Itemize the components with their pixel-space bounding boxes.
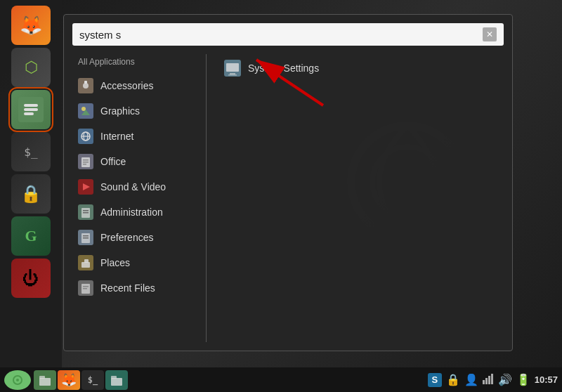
svg-rect-55 xyxy=(491,374,493,384)
recent-files-icon xyxy=(78,280,93,296)
svg-rect-5 xyxy=(24,112,34,115)
category-sound-video[interactable]: Sound & Video xyxy=(72,175,195,199)
system-settings-icon xyxy=(224,60,241,77)
svg-rect-36 xyxy=(83,286,89,287)
category-recent-files[interactable]: Recent Files xyxy=(72,276,195,300)
category-internet[interactable]: Internet xyxy=(72,124,195,148)
svg-rect-41 xyxy=(228,74,237,76)
sidebar-icon-grammarly[interactable]: G xyxy=(11,216,51,256)
graphics-icon xyxy=(78,103,93,119)
sound-video-icon xyxy=(78,179,93,195)
category-accessories[interactable]: Accessories xyxy=(72,74,195,98)
category-graphics[interactable]: Graphics xyxy=(72,99,195,123)
svg-rect-32 xyxy=(81,262,90,268)
svg-rect-47 xyxy=(39,378,51,386)
svg-point-10 xyxy=(81,107,86,111)
places-label: Places xyxy=(100,257,130,268)
categories-column: All Applications Accessories xyxy=(72,54,202,342)
tray-icon-user[interactable]: 👤 xyxy=(464,373,478,386)
svg-rect-40 xyxy=(230,73,235,74)
taskbar-firefox[interactable]: 🦊 xyxy=(58,370,80,390)
categories-header: All Applications xyxy=(72,54,195,72)
sidebar-icon-firefox[interactable]: 🦊 xyxy=(11,6,51,45)
sidebar-icon-lock[interactable]: 🔒 xyxy=(11,174,51,214)
category-administration[interactable]: Administration xyxy=(72,200,195,224)
tray-icon-network[interactable] xyxy=(483,373,494,387)
sidebar-icon-apps[interactable]: ⬡ xyxy=(11,48,51,87)
svg-rect-51 xyxy=(111,376,117,379)
desktop: 🦊 ⬡ $_ 🔒 G ⏻ xyxy=(0,0,562,392)
svg-rect-26 xyxy=(83,212,89,214)
administration-icon xyxy=(78,204,93,220)
menu-content: All Applications Accessories xyxy=(72,54,504,342)
taskbar-files[interactable] xyxy=(105,370,128,390)
sidebar-icon-gdebi[interactable] xyxy=(11,90,51,129)
office-label: Office xyxy=(100,156,126,167)
search-bar: ✕ xyxy=(72,23,504,46)
svg-rect-48 xyxy=(39,376,45,379)
tray-icon-battery[interactable]: 🔋 xyxy=(516,373,530,386)
svg-rect-50 xyxy=(111,378,122,386)
accessories-label: Accessories xyxy=(100,80,153,91)
internet-label: Internet xyxy=(100,131,133,142)
svg-rect-54 xyxy=(488,376,490,384)
sidebar: 🦊 ⬡ $_ 🔒 G ⏻ xyxy=(0,0,62,367)
tray-icon-lock[interactable]: 🔒 xyxy=(446,373,460,386)
search-clear-button[interactable]: ✕ xyxy=(483,27,497,41)
taskbar-nemo[interactable] xyxy=(34,370,56,390)
svg-point-45 xyxy=(16,379,19,381)
sidebar-icon-terminal[interactable]: $_ xyxy=(11,132,51,171)
menu-popup: ✕ All Applications Accessories xyxy=(63,14,513,351)
svg-rect-30 xyxy=(83,237,89,239)
category-preferences[interactable]: Preferences xyxy=(72,226,195,249)
svg-rect-52 xyxy=(483,380,485,384)
svg-rect-25 xyxy=(83,210,89,211)
sound-video-label: Sound & Video xyxy=(100,181,166,192)
svg-rect-3 xyxy=(24,104,38,107)
svg-rect-18 xyxy=(83,159,89,161)
taskbar-apps: 🦊 $_ xyxy=(34,370,128,390)
result-system-settings[interactable]: System Settings xyxy=(217,54,504,82)
results-column: System Settings xyxy=(210,54,504,342)
graphics-label: Graphics xyxy=(100,105,140,117)
taskbar-tray: S 🔒 👤 🔊 🔋 10:57 xyxy=(428,373,558,387)
svg-rect-39 xyxy=(226,63,239,72)
taskbar-clock: 10:57 xyxy=(535,374,558,385)
svg-rect-8 xyxy=(84,81,87,84)
recent-files-label: Recent Files xyxy=(100,282,155,294)
tray-icon-s[interactable]: S xyxy=(428,373,442,387)
svg-rect-19 xyxy=(83,162,89,163)
preferences-icon xyxy=(78,230,93,245)
accessories-icon xyxy=(78,78,93,93)
svg-rect-33 xyxy=(84,259,89,263)
administration-label: Administration xyxy=(100,207,163,218)
svg-rect-20 xyxy=(83,164,86,165)
tray-icon-volume[interactable]: 🔊 xyxy=(498,373,512,386)
menu-divider xyxy=(206,54,207,342)
svg-rect-37 xyxy=(83,288,87,289)
svg-rect-53 xyxy=(485,378,488,384)
office-icon xyxy=(78,154,93,169)
svg-rect-29 xyxy=(83,235,89,237)
category-places[interactable]: Places xyxy=(72,251,195,275)
taskbar: 🦊 $_ S 🔒 👤 xyxy=(0,367,562,392)
places-icon xyxy=(78,255,93,270)
internet-icon xyxy=(78,129,93,144)
sidebar-icon-power[interactable]: ⏻ xyxy=(11,259,51,298)
system-settings-label: System Settings xyxy=(248,63,319,74)
svg-rect-4 xyxy=(24,108,38,111)
svg-point-7 xyxy=(83,83,89,89)
category-office[interactable]: Office xyxy=(72,150,195,174)
preferences-label: Preferences xyxy=(100,232,153,243)
taskbar-terminal[interactable]: $_ xyxy=(81,370,104,390)
search-input[interactable] xyxy=(79,29,483,41)
start-button[interactable] xyxy=(4,370,31,390)
